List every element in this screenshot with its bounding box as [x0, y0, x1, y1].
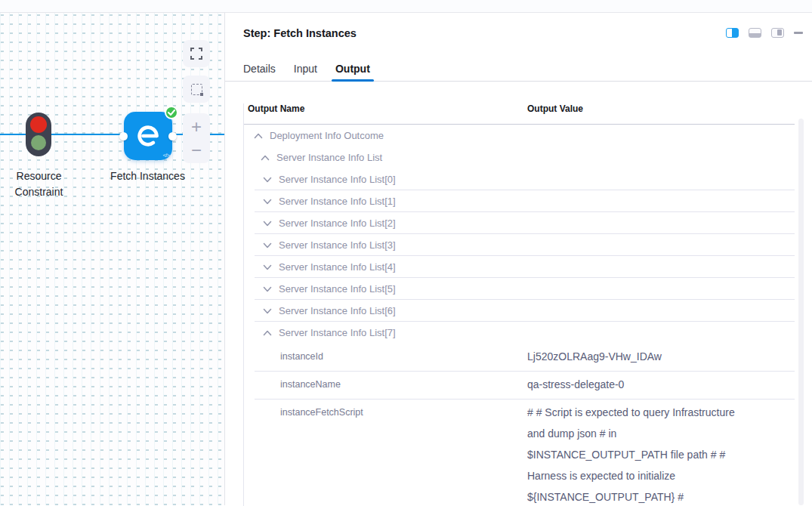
chevron-icon[interactable] — [263, 308, 272, 314]
output-tree-row[interactable]: Server Instance Info List[2] — [244, 212, 795, 234]
zoom-out-button[interactable]: − — [183, 138, 210, 162]
split-right-view-icon[interactable] — [726, 28, 739, 38]
output-group-label: Server Instance Info List — [276, 152, 382, 163]
output-kv-row: instanceName qa-stress-delegate-0 — [244, 372, 795, 400]
chevron-icon[interactable] — [254, 133, 263, 139]
custom-deployment-icon — [135, 123, 161, 149]
zoom-in-button[interactable]: + — [183, 115, 210, 138]
output-kv-row: instanceId Lj520zOLRAag9-VHw_IDAw — [244, 344, 795, 372]
chevron-icon[interactable] — [263, 199, 272, 205]
output-group-label: Server Instance Info List[5] — [279, 283, 396, 295]
code-icon: </> — [162, 152, 169, 159]
step-details-panel: Step: Fetch Instances Details Input Outp… — [225, 13, 812, 505]
output-tree-row[interactable]: Server Instance Info List[5] — [244, 278, 795, 300]
top-strip — [0, 0, 812, 13]
pipeline-canvas[interactable]: </> Resource Constraint Fetch Instances … — [0, 13, 225, 505]
output-key: instanceId — [244, 346, 527, 367]
zoom-controls: + − — [183, 113, 210, 163]
column-output-name: Output Name — [244, 103, 527, 114]
output-group-label: Server Instance Info List[1] — [279, 196, 396, 207]
output-rows: Deployment Info Outcome Server Instance … — [244, 125, 795, 506]
marquee-select-button[interactable] — [183, 76, 210, 103]
output-kv-row: instanceFetchScript # # Script is expect… — [244, 400, 795, 506]
column-output-value: Output Value — [527, 103, 795, 114]
output-group-label: Deployment Info Outcome — [270, 130, 384, 141]
output-group-label: Server Instance Info List[4] — [279, 261, 396, 273]
node-label-fetch-instances: Fetch Instances — [86, 168, 209, 184]
chevron-icon[interactable] — [263, 177, 272, 183]
chevron-icon[interactable] — [263, 242, 272, 248]
output-value: qa-stress-delegate-0 — [527, 374, 754, 395]
output-value: Lj520zOLRAag9-VHw_IDAw — [527, 346, 754, 367]
step-tabs: Details Input Output — [225, 63, 812, 82]
output-group-label: Server Instance Info List[2] — [279, 218, 396, 229]
output-tree-row[interactable]: Server Instance Info List[7] — [244, 322, 795, 344]
chevron-icon[interactable] — [263, 221, 272, 227]
fullscreen-button[interactable] — [183, 40, 210, 67]
node-label-resource-constraint: Resource Constraint — [0, 168, 78, 200]
page-title: Step: Fetch Instances — [225, 13, 812, 39]
node-resource-constraint[interactable] — [25, 112, 52, 157]
output-tree-row[interactable]: Server Instance Info List[6] — [244, 300, 795, 322]
dock-overlay-view-icon[interactable] — [771, 28, 784, 38]
output-group-label: Server Instance Info List[6] — [279, 305, 396, 316]
output-tree-row[interactable]: Server Instance Info List[4] — [244, 256, 795, 278]
tab-input[interactable]: Input — [294, 63, 317, 75]
minimize-icon[interactable] — [794, 32, 803, 34]
chevron-icon[interactable] — [263, 330, 272, 336]
output-group-label: Server Instance Info List[0] — [279, 174, 396, 185]
node-port-out[interactable] — [168, 132, 177, 140]
output-group-label: Server Instance Info List[7] — [279, 327, 396, 338]
output-key: instanceFetchScript — [244, 402, 527, 423]
traffic-light-icon — [25, 112, 52, 157]
chevron-icon[interactable] — [261, 155, 270, 161]
output-table: Output Name Output Value Deployment Info… — [243, 103, 795, 506]
chevron-icon[interactable] — [263, 286, 272, 292]
output-group-label: Server Instance Info List[3] — [279, 239, 396, 251]
panel-view-controls — [726, 28, 803, 38]
output-value: # # Script is expected to query Infrastr… — [527, 402, 754, 506]
node-fetch-instances[interactable]: </> — [124, 112, 172, 160]
fullscreen-icon — [190, 48, 202, 60]
tab-details[interactable]: Details — [243, 63, 276, 75]
tab-output[interactable]: Output — [335, 63, 370, 75]
output-tree-row[interactable]: Server Instance Info List[3] — [244, 234, 795, 256]
output-tree-row[interactable]: Server Instance Info List — [244, 147, 795, 168]
output-tree-row[interactable]: Deployment Info Outcome — [244, 125, 795, 147]
dock-bottom-view-icon[interactable] — [749, 28, 761, 38]
panel-scrollbar[interactable] — [798, 119, 804, 505]
output-tree-row[interactable]: Server Instance Info List[1] — [244, 190, 795, 212]
node-port-in[interactable] — [119, 132, 128, 140]
output-key: instanceName — [244, 374, 527, 395]
success-check-icon — [165, 106, 178, 119]
marquee-select-icon — [191, 84, 202, 95]
output-table-header: Output Name Output Value — [244, 103, 795, 125]
chevron-icon[interactable] — [263, 264, 272, 270]
output-tree-row[interactable]: Server Instance Info List[0] — [244, 168, 795, 190]
